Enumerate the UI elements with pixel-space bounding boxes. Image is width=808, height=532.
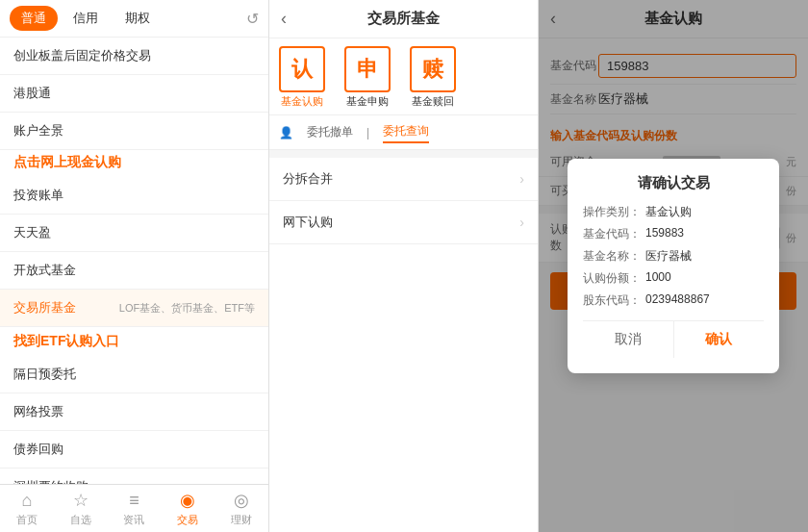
- home-icon: ⌂: [21, 491, 32, 511]
- menu-item-label: 交易所基金: [13, 299, 76, 317]
- menu-item-sub-label: LOF基金、货币基金、ETF等: [119, 301, 255, 316]
- confirm-dialog: 请确认交易 操作类别： 基金认购 基金代码： 159883 基金名称： 医疗器械…: [568, 159, 779, 373]
- dialog-row-4: 股东代码： 0239488867: [583, 292, 764, 309]
- arrow-right-icon2: ›: [519, 215, 524, 230]
- mid-menu-offline-label: 网下认购: [283, 214, 333, 231]
- nav-news[interactable]: ≡ 资讯: [108, 485, 162, 532]
- mid-menu-list: 分拆合并 › 网下认购 ›: [269, 158, 538, 532]
- news-icon: ≡: [129, 491, 139, 511]
- panel-mid: ‹ 交易所基金 认 基金认购 申 基金申购 赎 基金赎回 👤 委托撤单 | 委托…: [269, 0, 539, 532]
- person-icon: 👤: [279, 126, 293, 139]
- menu-item-chuangyeban[interactable]: 创业板盖后固定价格交易: [0, 38, 268, 75]
- menu-item-label: 投资账单: [13, 187, 63, 204]
- mid-menu-split-label: 分拆合并: [283, 170, 333, 188]
- nav-wealth-label: 理财: [231, 513, 252, 527]
- menu-item-label: 开放式基金: [13, 262, 76, 279]
- dialog-title: 请确认交易: [583, 174, 764, 192]
- panel-right: ‹ 基金认购 基金代码 基金名称 医疗器械 输入基金代码及认购份数 可用资金 元…: [539, 0, 808, 532]
- purchase-label: 基金申购: [346, 94, 389, 109]
- fund-tab-redeem[interactable]: 赎 基金赎回: [410, 46, 456, 114]
- nav-news-label: 资讯: [123, 513, 144, 527]
- nav-trade-label: 交易: [177, 513, 198, 527]
- nav-home-label: 首页: [16, 513, 38, 527]
- menu-item-ganggu[interactable]: 港股通: [0, 75, 268, 113]
- menu-item-zhanghujingj[interactable]: 账户全景: [0, 113, 268, 150]
- left-header: 普通 信用 期权 ↺: [0, 0, 268, 38]
- sub-tab-cancel[interactable]: 委托撤单: [307, 122, 353, 142]
- wealth-icon: ◎: [234, 490, 249, 511]
- menu-item-tiantiany[interactable]: 天天盈: [0, 215, 268, 252]
- divider-icon: |: [366, 126, 369, 139]
- menu-item-label: 港股通: [13, 85, 51, 102]
- nav-trade[interactable]: ◉ 交易: [161, 485, 215, 532]
- nav-watchlist[interactable]: ☆ 自选: [54, 485, 108, 532]
- trade-icon: ◉: [180, 490, 195, 511]
- tab-normal[interactable]: 普通: [10, 6, 58, 31]
- mid-header-title: 交易所基金: [367, 10, 440, 28]
- redeem-label: 基金赎回: [412, 94, 454, 109]
- menu-item-touzizd[interactable]: 投资账单: [0, 177, 268, 215]
- mid-menu-split[interactable]: 分拆合并 ›: [269, 158, 538, 201]
- dialog-confirm-button[interactable]: 确认: [674, 321, 765, 358]
- nav-home[interactable]: ⌂ 首页: [0, 485, 54, 532]
- dialog-label-0: 操作类别：: [583, 204, 645, 220]
- star-icon: ☆: [73, 490, 88, 511]
- menu-item-label: 债券回购: [13, 441, 63, 458]
- mid-header: ‹ 交易所基金: [269, 0, 538, 38]
- dialog-row-0: 操作类别： 基金认购: [583, 204, 764, 220]
- menu-item-shenzhen[interactable]: 深圳要约收购: [0, 469, 268, 484]
- dialog-label-4: 股东代码：: [583, 292, 645, 309]
- dialog-cancel-button[interactable]: 取消: [583, 321, 674, 358]
- fund-tabs: 认 基金认购 申 基金申购 赎 基金赎回: [269, 38, 538, 115]
- menu-item-geri[interactable]: 隔日预委托: [0, 356, 268, 393]
- menu-item-label: 网络投票: [13, 403, 63, 420]
- menu-item-wangluotoupio[interactable]: 网络投票: [0, 393, 268, 431]
- fund-tab-purchase[interactable]: 申 基金申购: [344, 46, 391, 114]
- menu-item-kaifish[interactable]: 开放式基金: [0, 252, 268, 290]
- mid-back-icon[interactable]: ‹: [281, 9, 287, 29]
- subscribe-label: 基金认购: [281, 94, 323, 109]
- annotation-find-etf: 找到ETF认购入口: [0, 329, 268, 356]
- dialog-label-2: 基金名称：: [583, 248, 645, 265]
- dialog-val-4: 0239488867: [645, 292, 710, 309]
- panel-left: 普通 信用 期权 ↺ 创业板盖后固定价格交易 港股通 账户全景 点击网上现金认购…: [0, 0, 269, 532]
- dialog-val-0: 基金认购: [645, 204, 692, 220]
- dialog-row-2: 基金名称： 医疗器械: [583, 248, 764, 265]
- dialog-overlay: 请确认交易 操作类别： 基金认购 基金代码： 159883 基金名称： 医疗器械…: [539, 0, 808, 532]
- dialog-label-3: 认购份额：: [583, 270, 645, 287]
- mid-sub-tabs: 👤 委托撤单 | 委托查询: [269, 115, 538, 150]
- menu-item-zhaiquan[interactable]: 债券回购: [0, 431, 268, 469]
- mid-menu-offline[interactable]: 网下认购 ›: [269, 201, 538, 244]
- tab-options[interactable]: 期权: [114, 6, 162, 31]
- menu-item-label: 创业板盖后固定价格交易: [13, 47, 151, 64]
- left-menu-list: 创业板盖后固定价格交易 港股通 账户全景 点击网上现金认购 投资账单 天天盈 开…: [0, 38, 268, 484]
- sub-tab-query[interactable]: 委托查询: [383, 121, 429, 143]
- purchase-icon: 申: [344, 46, 391, 92]
- bottom-nav: ⌂ 首页 ☆ 自选 ≡ 资讯 ◉ 交易 ◎ 理财: [0, 484, 268, 532]
- refresh-icon[interactable]: ↺: [246, 10, 259, 28]
- dialog-val-1: 159883: [645, 226, 684, 242]
- annotation-click-purchase: 点击网上现金认购: [0, 150, 268, 177]
- dialog-val-3: 1000: [645, 270, 671, 287]
- menu-item-label: 隔日预委托: [13, 366, 76, 383]
- dialog-buttons: 取消 确认: [583, 320, 764, 358]
- menu-item-label: 账户全景: [13, 122, 63, 139]
- arrow-right-icon: ›: [519, 171, 524, 187]
- redeem-icon: 赎: [410, 46, 456, 92]
- dialog-row-3: 认购份额： 1000: [583, 270, 764, 287]
- fund-tab-subscribe[interactable]: 认 基金认购: [279, 46, 325, 114]
- menu-item-jiaoyisuo[interactable]: 交易所基金 LOF基金、货币基金、ETF等: [0, 290, 268, 327]
- dialog-row-1: 基金代码： 159883: [583, 226, 764, 242]
- nav-wealth[interactable]: ◎ 理财: [215, 485, 268, 532]
- tab-credit[interactable]: 信用: [62, 6, 110, 31]
- nav-watchlist-label: 自选: [70, 513, 91, 527]
- menu-item-label: 天天盈: [13, 224, 51, 241]
- subscribe-icon: 认: [279, 46, 325, 92]
- dialog-val-2: 医疗器械: [645, 248, 692, 265]
- dialog-label-1: 基金代码：: [583, 226, 645, 242]
